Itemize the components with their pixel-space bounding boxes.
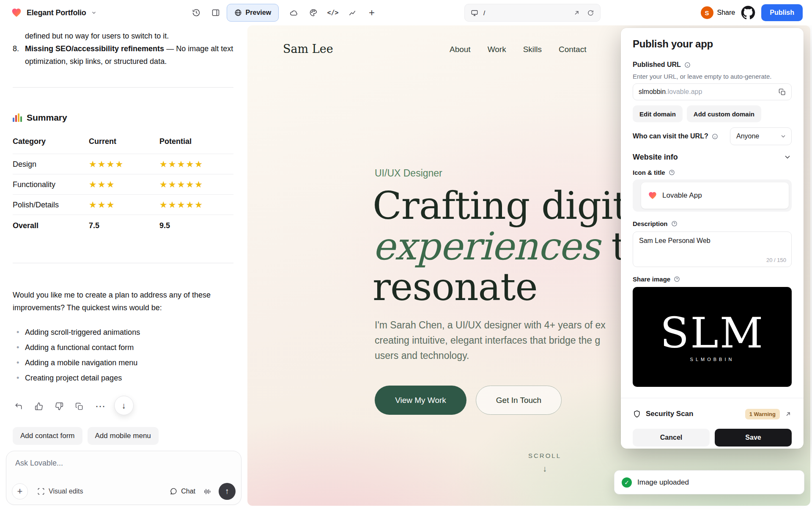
table-row: Functionality★★★★★★★★ xyxy=(13,174,233,194)
nav-link-contact[interactable]: Contact xyxy=(559,45,586,54)
panel-icon xyxy=(211,8,220,17)
thumbs-up-icon xyxy=(35,402,43,411)
heading-line: Crafting digita xyxy=(373,185,650,226)
share-button[interactable]: S Share xyxy=(701,6,735,19)
avatar: S xyxy=(701,6,713,19)
nav-link-about[interactable]: About xyxy=(450,45,471,54)
security-scan-row[interactable]: Security Scan 1 Warning xyxy=(633,408,792,420)
panel-toggle-button[interactable] xyxy=(207,4,224,21)
list-item-bold: Missing SEO/accessibility refinements xyxy=(25,44,164,53)
visibility-select[interactable]: Anyone xyxy=(730,127,792,145)
workspace-menu[interactable]: Elegant Portfolio xyxy=(11,7,97,18)
analytics-button[interactable] xyxy=(344,4,361,21)
chat-mode-label: Chat xyxy=(181,488,195,495)
chat-bubble-icon xyxy=(170,488,177,495)
code-view-button[interactable]: </> xyxy=(324,4,341,21)
plus-icon: + xyxy=(17,487,23,496)
save-button[interactable]: Save xyxy=(715,429,792,447)
nav-link-work[interactable]: Work xyxy=(488,45,506,54)
publish-button[interactable]: Publish xyxy=(761,4,803,21)
chat-input[interactable]: Ask Lovable... + Visual edits Chat xyxy=(6,451,241,505)
more-button[interactable]: ⋯ xyxy=(95,401,105,411)
role-label: UI/UX Designer xyxy=(375,168,442,179)
url-bar-actions xyxy=(573,9,594,17)
hero-paragraph: I'm Sarah Chen, a UI/UX designer with 4+… xyxy=(375,317,606,363)
visibility-value: Anyone xyxy=(736,132,759,140)
share-image-preview[interactable]: SLM SLMOBBIN xyxy=(633,287,792,387)
chat-message: defined but no way for users to switch t… xyxy=(0,25,247,411)
history-button[interactable] xyxy=(188,4,205,21)
github-button[interactable] xyxy=(741,6,755,20)
add-custom-domain-button[interactable]: Add custom domain xyxy=(687,105,761,122)
icon-title-picker[interactable]: Lovable App xyxy=(633,179,792,212)
visual-edits-button[interactable]: Visual edits xyxy=(32,483,88,499)
publish-modal: Publish your app Published URL Enter you… xyxy=(621,28,804,449)
visibility-label: Who can visit the URL? xyxy=(633,132,718,140)
share-image-subtext: SLMOBBIN xyxy=(690,357,735,362)
share-button-label: Share xyxy=(717,9,735,17)
summary-table: CategoryCurrentPotential Design★★★★★★★★★… xyxy=(13,132,233,236)
visual-edits-label: Visual edits xyxy=(49,488,83,495)
heart-logo-icon xyxy=(648,191,657,200)
chevron-down-icon xyxy=(91,10,97,16)
site-nav: AboutWorkSkillsContact xyxy=(450,45,586,54)
website-info-section[interactable]: Website info xyxy=(633,152,792,162)
open-security-scan-button[interactable] xyxy=(785,411,792,418)
chat-question-text: Would you like me to create a plan to ad… xyxy=(13,289,233,314)
edit-domain-button[interactable]: Edit domain xyxy=(633,105,683,122)
list-item: Creating project detail pages xyxy=(13,372,235,384)
topbar-tools: Preview </> + xyxy=(188,4,380,22)
github-icon xyxy=(741,6,755,20)
divider xyxy=(621,398,804,398)
suggestion-chip[interactable]: Add contact form xyxy=(13,427,82,445)
thumbs-down-button[interactable] xyxy=(55,402,63,411)
url-path: / xyxy=(483,9,485,17)
toast-message: Image uploaded xyxy=(637,478,689,487)
share-image-text: SLM xyxy=(660,312,764,354)
attach-button[interactable]: + xyxy=(12,483,28,499)
bar-chart-icon xyxy=(13,113,22,122)
help-icon xyxy=(674,276,680,282)
chat-mode-button[interactable]: Chat xyxy=(170,488,195,495)
nav-link-skills[interactable]: Skills xyxy=(523,45,542,54)
open-in-new-tab-button[interactable] xyxy=(573,9,580,17)
topbar: Elegant Portfolio Preview </> + xyxy=(0,0,812,25)
theme-button[interactable] xyxy=(305,4,322,21)
website-info-label: Website info xyxy=(633,153,678,162)
cloud-button[interactable] xyxy=(285,4,302,21)
copy-url-button[interactable] xyxy=(779,88,786,96)
url-bar[interactable]: / xyxy=(464,4,601,22)
summary-title: Summary xyxy=(27,111,67,124)
send-button[interactable]: ↑ xyxy=(219,483,236,500)
site-logo[interactable]: Sam Lee xyxy=(283,42,333,55)
refresh-button[interactable] xyxy=(587,9,594,17)
copy-button[interactable] xyxy=(75,402,83,411)
summary-table-rows: Design★★★★★★★★★Functionality★★★★★★★★Poli… xyxy=(13,154,233,215)
lovable-logo-icon xyxy=(11,7,22,18)
preview-button[interactable]: Preview xyxy=(227,4,279,22)
ellipsis-icon: ⋯ xyxy=(95,401,105,411)
cancel-button[interactable]: Cancel xyxy=(633,429,710,447)
undo-button[interactable] xyxy=(14,402,23,411)
collapse-button[interactable] xyxy=(783,153,792,161)
published-url-input[interactable]: slmobbin.lovable.app xyxy=(633,83,792,100)
get-in-touch-button[interactable]: Get In Touch xyxy=(476,386,562,415)
arrow-down-icon: ↓ xyxy=(524,464,565,474)
thumbs-up-button[interactable] xyxy=(35,402,43,411)
description-textarea[interactable]: Sam Lee Personal Web 20 / 150 xyxy=(633,232,792,267)
preview-button-label: Preview xyxy=(246,9,271,17)
table-cell: ★★★ xyxy=(89,198,159,211)
icon-title-card: Lovable App xyxy=(641,182,789,209)
suggestion-chip[interactable]: Add mobile menu xyxy=(88,427,159,445)
voice-input-button[interactable] xyxy=(203,488,211,496)
list-item: Adding scroll-triggered animations xyxy=(13,326,235,339)
copy-icon xyxy=(779,88,786,96)
view-my-work-button[interactable]: View My Work xyxy=(375,386,466,415)
chat-text-line: defined but no way for users to switch t… xyxy=(25,30,235,42)
plus-icon: + xyxy=(369,8,375,18)
copy-icon xyxy=(75,402,83,411)
description-label: Description xyxy=(633,220,792,227)
scroll-to-bottom-button[interactable]: ↓ xyxy=(114,396,134,415)
add-button[interactable]: + xyxy=(363,4,380,21)
heading-line: experiences th xyxy=(373,226,650,267)
